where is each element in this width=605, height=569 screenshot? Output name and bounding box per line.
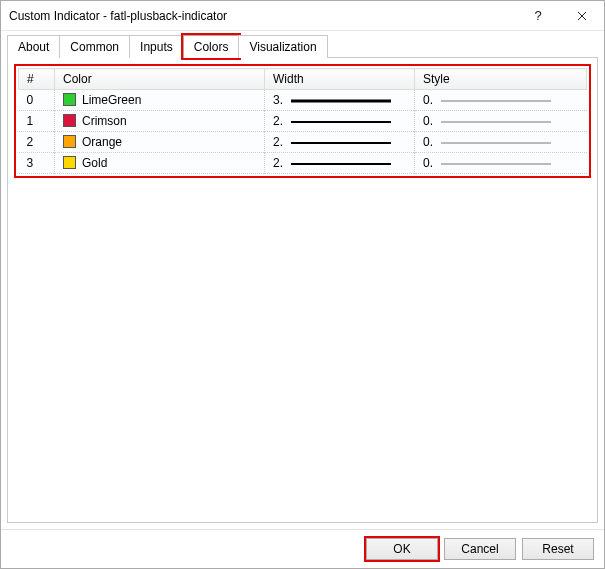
width-sample-icon [291,96,391,106]
color-name: Gold [82,156,107,170]
cell-index: 3 [19,153,55,174]
dialog-content: AboutCommonInputsColorsVisualization # C… [1,31,604,529]
table-row[interactable]: 3Gold2.0. [19,153,587,174]
style-sample-icon [441,159,551,169]
color-swatch [63,114,76,127]
dialog-footer: OK Cancel Reset [1,529,604,568]
color-name: LimeGreen [82,93,141,107]
style-value: 0. [423,156,433,170]
width-value: 3. [273,93,283,107]
cell-color[interactable]: Orange [55,132,265,153]
table-body: 0LimeGreen3.0.1Crimson2.0.2Orange2.0.3Go… [19,90,587,174]
style-value: 0. [423,114,433,128]
cell-index: 1 [19,111,55,132]
width-sample-icon [291,138,391,148]
table-row[interactable]: 2Orange2.0. [19,132,587,153]
style-sample-icon [441,96,551,106]
help-button[interactable]: ? [516,1,560,31]
table-header-row: # Color Width Style [19,69,587,90]
cell-style[interactable]: 0. [415,90,587,111]
tab-strip: AboutCommonInputsColorsVisualization [7,35,598,58]
width-value: 2. [273,156,283,170]
width-sample-icon [291,117,391,127]
cell-width[interactable]: 2. [265,111,415,132]
reset-button[interactable]: Reset [522,538,594,560]
ok-button[interactable]: OK [366,538,438,560]
titlebar: Custom Indicator - fatl-plusback-indicat… [1,1,604,31]
width-value: 2. [273,135,283,149]
header-index[interactable]: # [19,69,55,90]
cell-width[interactable]: 3. [265,90,415,111]
header-width[interactable]: Width [265,69,415,90]
tab-visualization[interactable]: Visualization [238,35,327,58]
cell-index: 2 [19,132,55,153]
tab-about[interactable]: About [7,35,60,58]
style-value: 0. [423,135,433,149]
cell-width[interactable]: 2. [265,153,415,174]
window-title: Custom Indicator - fatl-plusback-indicat… [9,9,516,23]
tab-colors[interactable]: Colors [183,35,240,58]
style-sample-icon [441,138,551,148]
colors-table-highlight: # Color Width Style 0LimeGreen3.0.1Crims… [14,64,591,178]
cell-width[interactable]: 2. [265,132,415,153]
header-color[interactable]: Color [55,69,265,90]
tab-inputs[interactable]: Inputs [129,35,184,58]
cell-style[interactable]: 0. [415,153,587,174]
style-sample-icon [441,117,551,127]
close-icon [577,11,587,21]
cell-style[interactable]: 0. [415,132,587,153]
header-style[interactable]: Style [415,69,587,90]
cell-color[interactable]: LimeGreen [55,90,265,111]
cancel-button[interactable]: Cancel [444,538,516,560]
color-swatch [63,156,76,169]
style-value: 0. [423,93,433,107]
cell-color[interactable]: Gold [55,153,265,174]
cell-index: 0 [19,90,55,111]
tab-panel-colors: # Color Width Style 0LimeGreen3.0.1Crims… [7,57,598,523]
color-swatch [63,135,76,148]
color-swatch [63,93,76,106]
cell-style[interactable]: 0. [415,111,587,132]
cell-color[interactable]: Crimson [55,111,265,132]
close-button[interactable] [560,1,604,31]
table-row[interactable]: 0LimeGreen3.0. [19,90,587,111]
color-name: Crimson [82,114,127,128]
color-name: Orange [82,135,122,149]
table-row[interactable]: 1Crimson2.0. [19,111,587,132]
width-sample-icon [291,159,391,169]
colors-table: # Color Width Style 0LimeGreen3.0.1Crims… [18,68,587,174]
width-value: 2. [273,114,283,128]
tab-common[interactable]: Common [59,35,130,58]
